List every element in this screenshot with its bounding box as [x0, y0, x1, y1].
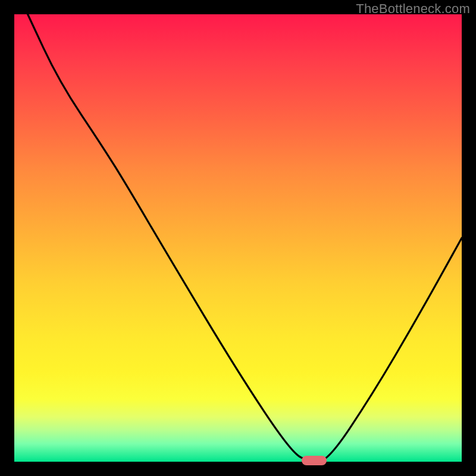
- plot-area: [14, 14, 462, 462]
- bottleneck-curve: [14, 14, 462, 462]
- optimal-marker: [302, 456, 327, 465]
- chart-frame: TheBottleneck.com: [0, 0, 476, 476]
